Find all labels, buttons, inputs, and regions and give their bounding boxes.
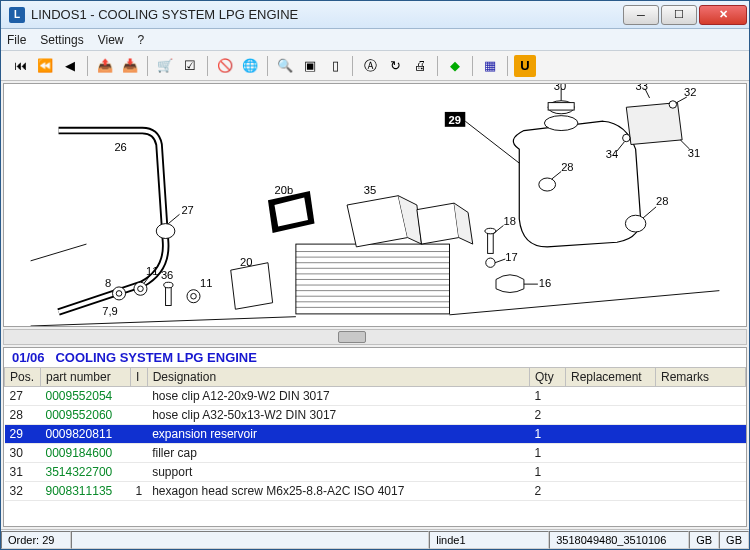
callout-18: 18 (503, 215, 515, 227)
col-header[interactable]: part number (41, 368, 131, 387)
col-header[interactable]: Replacement (566, 368, 656, 387)
text-a-icon[interactable]: Ⓐ (359, 55, 381, 77)
document-icon[interactable]: ▯ (324, 55, 346, 77)
table-row[interactable]: 300009184600filler cap1 (5, 444, 746, 463)
statusbar: Order: 29 linde1 3518049480_3510106 GB G… (1, 529, 749, 549)
svg-point-36 (116, 291, 122, 297)
callout-28b: 28 (656, 195, 668, 207)
svg-rect-29 (488, 233, 494, 253)
callout-29: 29 (449, 114, 461, 126)
status-lang2: GB (719, 531, 749, 549)
zoom-region-icon[interactable]: ▣ (299, 55, 321, 77)
table-row[interactable]: 313514322700support1 (5, 463, 746, 482)
parts-title-text: COOLING SYSTEM LPG ENGINE (55, 350, 257, 365)
callout-27: 27 (181, 204, 193, 216)
col-header[interactable]: Designation (147, 368, 529, 387)
callout-17: 17 (505, 251, 517, 263)
status-lang1: GB (689, 531, 719, 549)
svg-line-28 (643, 207, 656, 218)
check-icon[interactable]: ☑ (179, 55, 201, 77)
svg-rect-40 (166, 287, 172, 306)
svg-point-0 (156, 224, 175, 239)
blue-tool-icon[interactable]: ▦ (479, 55, 501, 77)
first-icon[interactable]: ⏮ (9, 55, 31, 77)
order-label: Order: (8, 534, 39, 546)
svg-line-1 (168, 214, 179, 223)
import-icon[interactable]: 📥 (119, 55, 141, 77)
drawing-viewport[interactable]: 26 27 20b 35 29 (3, 83, 747, 327)
callout-32: 32 (684, 86, 696, 98)
menu-view[interactable]: View (98, 33, 124, 47)
svg-rect-17 (548, 103, 574, 110)
callout-31: 31 (688, 147, 700, 159)
callout-11: 11 (146, 265, 158, 277)
svg-point-41 (164, 282, 173, 288)
horizontal-scrollbar[interactable] (3, 329, 747, 345)
svg-line-15 (465, 121, 519, 163)
minimize-button[interactable]: ─ (623, 5, 659, 25)
svg-point-27 (625, 215, 645, 232)
status-user: linde1 (429, 531, 549, 549)
maximize-button[interactable]: ☐ (661, 5, 697, 25)
refresh-icon[interactable]: ↻ (384, 55, 406, 77)
callout-33: 33 (636, 84, 648, 92)
parts-table[interactable]: Pos.part numberIDesignationQtyReplacemen… (4, 367, 746, 526)
svg-point-43 (191, 293, 197, 299)
table-row[interactable]: 3290083111351hexagon head screw M6x25-8.… (5, 482, 746, 501)
svg-line-33 (495, 259, 505, 263)
close-button[interactable]: ✕ (699, 5, 747, 25)
callout-26: 26 (114, 141, 126, 153)
u-button[interactable]: U (514, 55, 536, 77)
globe-disabled-icon[interactable]: 🚫 (214, 55, 236, 77)
callout-8: 8 (105, 277, 111, 289)
svg-rect-2 (296, 244, 450, 314)
svg-point-25 (539, 178, 556, 191)
callout-11b: 11 (200, 277, 212, 289)
col-header[interactable]: Qty (530, 368, 566, 387)
callout-30: 30 (554, 84, 566, 92)
menubar: File Settings View ? (1, 29, 749, 51)
back-icon[interactable]: ◀ (59, 55, 81, 77)
globe-icon[interactable]: 🌐 (239, 55, 261, 77)
callout-16: 16 (539, 277, 551, 289)
menu-file[interactable]: File (7, 33, 26, 47)
callout-20b: 20b (274, 184, 293, 196)
svg-line-45 (31, 317, 296, 326)
export-icon[interactable]: 📤 (94, 55, 116, 77)
svg-line-44 (31, 244, 87, 261)
status-code: 3518049480_3510106 (549, 531, 689, 549)
green-tool-icon[interactable]: ◆ (444, 55, 466, 77)
zoom-in-icon[interactable]: 🔍 (274, 55, 296, 77)
svg-point-23 (623, 134, 630, 141)
menu-help[interactable]: ? (138, 33, 145, 47)
titlebar: L LINDOS1 - COOLING SYSTEM LPG ENGINE ─ … (1, 1, 749, 29)
col-header[interactable]: Pos. (5, 368, 41, 387)
callout-34: 34 (606, 148, 618, 160)
callout-79: 7,9 (102, 305, 118, 317)
app-icon: L (9, 7, 25, 23)
page-indicator: 01/06 (12, 350, 45, 365)
svg-point-14 (544, 116, 578, 131)
print-icon[interactable]: 🖨 (409, 55, 431, 77)
menu-settings[interactable]: Settings (40, 33, 83, 47)
window-title: LINDOS1 - COOLING SYSTEM LPG ENGINE (31, 7, 623, 22)
col-header[interactable]: Remarks (656, 368, 746, 387)
parts-panel: 01/06 COOLING SYSTEM LPG ENGINE Pos.part… (3, 347, 747, 527)
svg-point-38 (138, 286, 144, 292)
col-header[interactable]: I (131, 368, 148, 387)
rewind-icon[interactable]: ⏪ (34, 55, 56, 77)
callout-20: 20 (240, 256, 252, 268)
toolbar: ⏮ ⏪ ◀ 📤 📥 🛒 ☑ 🚫 🌐 🔍 ▣ ▯ Ⓐ ↻ 🖨 ◆ ▦ U (1, 51, 749, 81)
callout-35: 35 (364, 184, 376, 196)
table-row[interactable]: 270009552054hose clip A12-20x9-W2 DIN 30… (5, 387, 746, 406)
callout-28a: 28 (561, 161, 573, 173)
svg-point-32 (486, 258, 495, 267)
callout-36: 36 (161, 269, 173, 281)
svg-point-20 (669, 101, 676, 108)
table-row[interactable]: 280009552060hose clip A32-50x13-W2 DIN 3… (5, 406, 746, 425)
table-row[interactable]: 290009820811expansion reservoir1 (5, 425, 746, 444)
cart-icon[interactable]: 🛒 (154, 55, 176, 77)
svg-line-46 (449, 291, 719, 315)
order-value: 29 (42, 534, 54, 546)
